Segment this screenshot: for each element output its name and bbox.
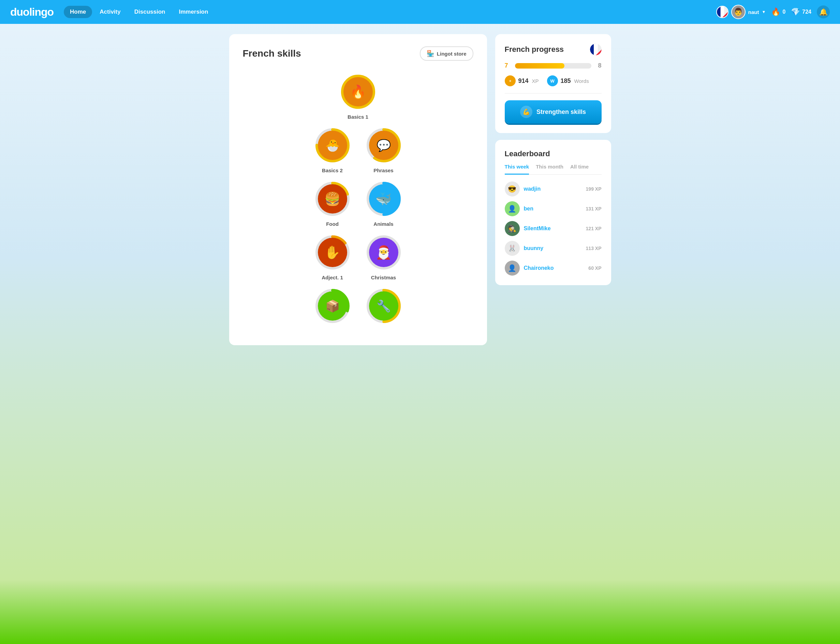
- dropdown-arrow-icon: ▼: [762, 10, 766, 14]
- xp-badge-icon: [505, 76, 516, 86]
- lb-row-chaironeko: 👤 Chaironeko 60 XP: [505, 261, 602, 276]
- skill-phrases-label: Phrases: [374, 168, 393, 173]
- words-stat: W 185 Words: [547, 76, 589, 86]
- lb-xp-wadjin: 199 XP: [586, 186, 602, 192]
- lb-avatar-silentmike: 🕵️: [505, 221, 520, 236]
- word-badge-icon: W: [547, 76, 558, 86]
- skills-row-2: 🐣 Basics 2 💬 Phras: [314, 127, 402, 173]
- lb-row-buunny: 🐰 buunny 113 XP: [505, 241, 602, 256]
- lb-row-wadjin: 😎 wadjin 199 XP: [505, 181, 602, 197]
- fire-icon: 🔥: [771, 8, 780, 16]
- leaderboard-list: 😎 wadjin 199 XP 👤 ben 131 XP 🕵️ SilentMi…: [505, 181, 602, 276]
- right-panel: French progress 7 8: [495, 34, 611, 345]
- lb-row-silentmike: 🕵️ SilentMike 121 XP: [505, 221, 602, 236]
- skill-basics1-label: Basics 1: [348, 114, 368, 120]
- lb-xp-buunny: 113 XP: [586, 246, 602, 251]
- skill-basics2[interactable]: 🐣 Basics 2: [314, 127, 351, 173]
- skills-row-5: 📦 🔧: [314, 287, 402, 325]
- lb-row-ben: 👤 ben 131 XP: [505, 201, 602, 216]
- skill-basics1[interactable]: 🔥 Basics 1: [340, 73, 377, 120]
- main-nav: Home Activity Discussion Immersion: [64, 6, 706, 18]
- language-selector[interactable]: 👨 naut ▼: [716, 5, 766, 19]
- skill-adjectives-label: Adject. 1: [322, 274, 343, 280]
- strengthen-icon: 💪: [520, 106, 532, 118]
- words-value: 185: [561, 77, 571, 85]
- gem-badge: 💎 724: [791, 8, 811, 16]
- skill-phrases[interactable]: 💬 Phrases: [365, 127, 402, 173]
- lb-xp-silentmike: 121 XP: [586, 226, 602, 231]
- progress-title: French progress: [505, 45, 564, 54]
- nav-activity[interactable]: Activity: [94, 6, 126, 18]
- tab-this-week[interactable]: This week: [505, 164, 529, 175]
- stats-row: 914 XP W 185 Words: [505, 76, 602, 86]
- level-bar-row: 7 8: [505, 62, 602, 69]
- lb-avatar-wadjin: 😎: [505, 181, 520, 197]
- panel-title: French skills: [243, 48, 301, 59]
- svg-rect-1: [720, 7, 724, 17]
- skill-animals[interactable]: 🐳 Animals: [365, 180, 402, 227]
- strengthen-skills-button[interactable]: 💪 Strengthen skills: [505, 100, 602, 123]
- lb-name-silentmike[interactable]: SilentMike: [524, 225, 582, 232]
- lb-name-buunny[interactable]: buunny: [524, 245, 582, 251]
- xp-stat: 914 XP: [505, 76, 539, 86]
- header-right: 👨 naut ▼ 🔥 0 💎 724 🔔: [716, 5, 830, 19]
- gem-icon: 💎: [791, 8, 800, 16]
- user-avatar: 👨: [731, 5, 745, 19]
- lb-name-chaironeko[interactable]: Chaironeko: [524, 265, 584, 271]
- skills-row-4: ✋ Adject. 1 🎅 Christmas: [314, 234, 402, 280]
- lb-avatar-chaironeko: 👤: [505, 261, 520, 276]
- tab-all-time[interactable]: All time: [570, 164, 589, 175]
- lb-xp-chaironeko: 60 XP: [588, 265, 601, 271]
- skills-panel: French skills 🏪 Lingot store 🔥: [229, 34, 487, 345]
- leaderboard-title: Leaderboard: [505, 150, 602, 158]
- skills-container: 🔥 Basics 1 🐣: [243, 73, 473, 332]
- lingot-store-button[interactable]: 🏪 Lingot store: [420, 46, 473, 61]
- panel-header: French skills 🏪 Lingot store: [243, 46, 473, 61]
- skill-partial1[interactable]: 📦: [314, 287, 351, 325]
- lb-xp-ben: 131 XP: [586, 206, 602, 212]
- lb-name-wadjin[interactable]: wadjin: [524, 186, 582, 192]
- skills-row-1: 🔥 Basics 1: [340, 73, 377, 120]
- svg-rect-20: [594, 44, 598, 55]
- skill-christmas-label: Christmas: [371, 274, 396, 280]
- skill-adjectives[interactable]: ✋ Adject. 1: [314, 234, 351, 280]
- xp-value: 914: [518, 77, 528, 85]
- main-content: French skills 🏪 Lingot store 🔥: [209, 24, 632, 355]
- level-next: 8: [595, 62, 602, 69]
- username: naut: [748, 9, 759, 15]
- skill-partial2[interactable]: 🔧: [365, 287, 402, 325]
- lb-name-ben[interactable]: ben: [524, 206, 582, 212]
- divider: [505, 93, 602, 94]
- skills-row-3: 🍔 Food 🐳 Animals: [314, 180, 402, 227]
- words-label: Words: [574, 78, 589, 84]
- skill-animals-label: Animals: [374, 221, 393, 227]
- progress-card: French progress 7 8: [495, 34, 611, 133]
- lb-avatar-ben: 👤: [505, 201, 520, 216]
- nav-immersion[interactable]: Immersion: [172, 6, 214, 18]
- header: duolingo Home Activity Discussion Immers…: [0, 0, 840, 24]
- tab-this-month[interactable]: This month: [536, 164, 563, 175]
- skill-christmas[interactable]: 🎅 Christmas: [365, 234, 402, 280]
- lingot-icon: 🏪: [427, 50, 434, 57]
- xp-label: XP: [532, 78, 539, 84]
- skill-food[interactable]: 🍔 Food: [314, 180, 351, 227]
- french-flag: [716, 6, 728, 18]
- skill-basics2-label: Basics 2: [322, 168, 343, 173]
- nav-discussion[interactable]: Discussion: [128, 6, 172, 18]
- lb-avatar-buunny: 🐰: [505, 241, 520, 256]
- streak-badge: 🔥 0: [771, 8, 786, 16]
- skill-food-label: Food: [326, 221, 339, 227]
- level-progress-bar: [515, 63, 591, 69]
- leaderboard-tabs: This week This month All time: [505, 164, 602, 175]
- progress-flag: [590, 44, 602, 55]
- notification-bell[interactable]: 🔔: [817, 5, 830, 18]
- logo: duolingo: [10, 6, 54, 18]
- level-current: 7: [505, 62, 512, 69]
- nav-home[interactable]: Home: [64, 6, 92, 18]
- level-bar-fill: [515, 63, 565, 69]
- progress-header: French progress: [505, 44, 602, 55]
- leaderboard-card: Leaderboard This week This month All tim…: [495, 140, 611, 285]
